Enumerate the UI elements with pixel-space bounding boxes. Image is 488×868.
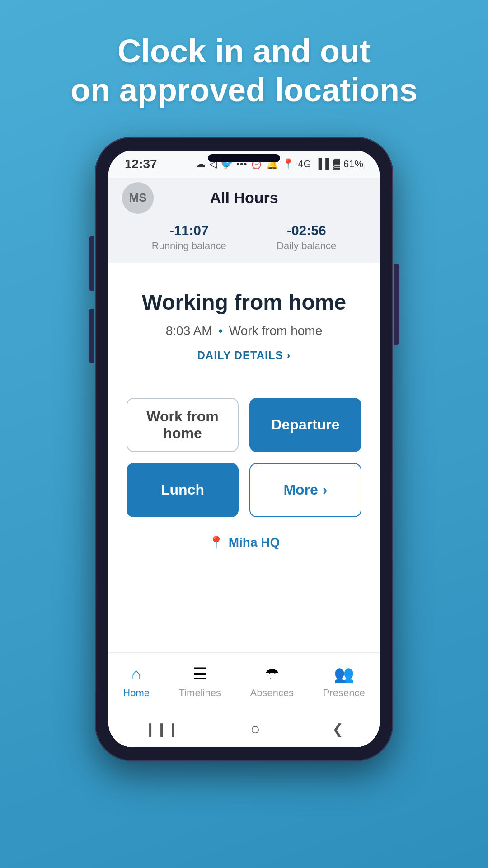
action-buttons: Work from home Departure Lunch More › [108, 380, 380, 526]
location-label: 📍 Miha HQ [208, 535, 280, 550]
more-chevron-icon: › [323, 481, 328, 498]
presence-icon: 👥 [334, 665, 354, 684]
location-pin-icon: 📍 [208, 535, 224, 550]
nav-timelines[interactable]: ☰ Timelines [179, 665, 221, 699]
header-line2: on approved locations [70, 72, 418, 108]
phone-screen: 12:37 ☁ ◁ 🐦 ••• ⏰ 🔔 📍 4G ▐▐ ▓ 61% MS All… [108, 151, 380, 747]
location-section[interactable]: 📍 Miha HQ [108, 526, 380, 564]
app-title: All Hours [210, 189, 278, 207]
phone-speaker [208, 154, 280, 162]
daily-balance-label: Daily balance [277, 240, 336, 252]
spacer [108, 564, 380, 652]
clock-time: 8:03 AM [166, 324, 212, 338]
home-button[interactable]: ○ [250, 720, 260, 739]
home-icon: ⌂ [131, 665, 141, 684]
promo-header: Clock in and out on approved locations [43, 32, 445, 110]
daily-details-label: DAILY DETAILS [197, 349, 283, 362]
work-from-home-button[interactable]: Work from home [127, 398, 239, 452]
clock-info: 8:03 AM • Work from home [127, 324, 361, 338]
header-line1: Clock in and out [117, 33, 371, 69]
recent-apps-button[interactable]: ❙❙❙ [145, 721, 178, 737]
nav-presence-label: Presence [323, 687, 365, 699]
app-header: MS All Hours [108, 178, 380, 218]
phone-mockup: 12:37 ☁ ◁ 🐦 ••• ⏰ 🔔 📍 4G ▐▐ ▓ 61% MS All… [95, 137, 393, 761]
nav-timelines-label: Timelines [179, 687, 221, 699]
balance-strip: -11:07 Running balance -02:56 Daily bala… [108, 218, 380, 263]
system-nav: ❙❙❙ ○ ❮ [108, 711, 380, 747]
daily-balance-value: -02:56 [277, 223, 336, 238]
separator-dot: • [218, 324, 223, 338]
nav-home[interactable]: ⌂ Home [123, 665, 150, 699]
location-name: Miha HQ [229, 535, 280, 550]
nav-absences-label: Absences [250, 687, 294, 699]
daily-details-link[interactable]: DAILY DETAILS › [197, 349, 291, 362]
cloud-icon: ☁ [196, 158, 206, 170]
lunch-button[interactable]: Lunch [127, 463, 239, 517]
location-status-text: Work from home [229, 324, 322, 338]
departure-button[interactable]: Departure [249, 398, 361, 452]
running-balance: -11:07 Running balance [152, 223, 226, 252]
running-balance-value: -11:07 [152, 223, 226, 238]
main-content: Working from home 8:03 AM • Work from ho… [108, 263, 380, 747]
signal-icon: 4G [298, 158, 311, 170]
avatar[interactable]: MS [122, 182, 154, 214]
battery-percent: 61% [343, 158, 363, 170]
status-section: Working from home 8:03 AM • Work from ho… [108, 263, 380, 380]
location-icon-status: 📍 [282, 158, 294, 170]
nav-presence[interactable]: 👥 Presence [323, 665, 365, 699]
more-button[interactable]: More › [249, 463, 361, 517]
chevron-right-icon: › [286, 349, 291, 362]
more-label: More [283, 481, 318, 498]
bottom-nav: ⌂ Home ☰ Timelines ☂ Absences 👥 Presence [108, 652, 380, 711]
nav-home-label: Home [123, 687, 150, 699]
absences-icon: ☂ [265, 665, 279, 684]
back-button[interactable]: ❮ [332, 721, 343, 737]
battery-icon: ▓ [333, 158, 340, 170]
nav-absences[interactable]: ☂ Absences [250, 665, 294, 699]
working-status-text: Working from home [127, 290, 361, 315]
status-time: 12:37 [125, 157, 157, 171]
wifi-icon: ▐▐ [315, 158, 329, 170]
timelines-icon: ☰ [192, 665, 207, 684]
running-balance-label: Running balance [152, 240, 226, 252]
daily-balance: -02:56 Daily balance [277, 223, 336, 252]
